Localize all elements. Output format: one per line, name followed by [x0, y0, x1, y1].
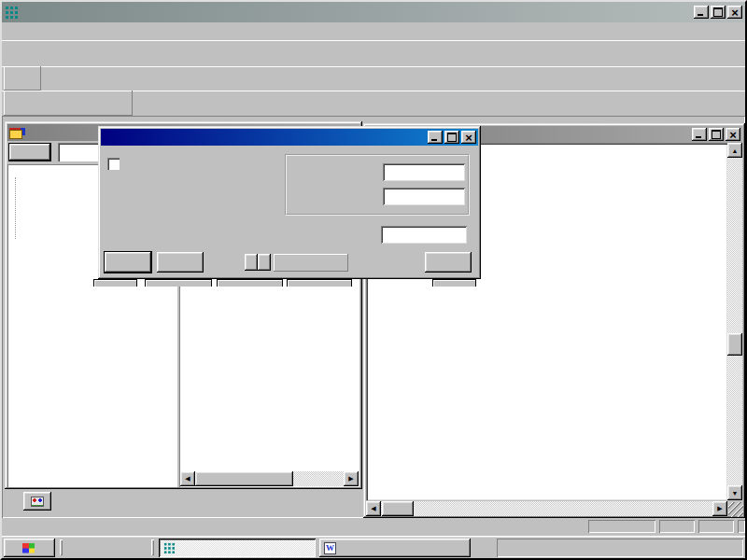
status-pane — [738, 520, 745, 533]
object-explorer-icon — [9, 130, 22, 139]
console-scroll-down-button[interactable]: ▼ — [727, 485, 742, 500]
task-button-word[interactable] — [319, 539, 471, 557]
axis-toolbar — [2, 66, 745, 91]
dialog-close-button[interactable] — [461, 131, 476, 144]
occluded-dialog-button-top — [93, 279, 137, 287]
console-scroll-up-button[interactable]: ▲ — [727, 143, 742, 158]
console-hscrollbar-thumb[interactable] — [382, 501, 414, 516]
minimized-window-button[interactable] — [23, 492, 51, 511]
main-title-bar — [2, 2, 745, 22]
close-button[interactable] — [727, 6, 742, 19]
occluded-dialog-button-top — [287, 279, 352, 287]
standard-deviation-field[interactable] — [383, 188, 465, 205]
list-scroll-left-button[interactable]: ◀ — [180, 471, 195, 486]
main-toolbar — [2, 40, 745, 66]
console-scroll-right-button[interactable]: ▶ — [712, 501, 727, 516]
cancel-button[interactable] — [157, 252, 204, 273]
console-vscrollbar-track[interactable] — [727, 143, 742, 500]
fit-field[interactable] — [381, 226, 467, 244]
splus-main-window: ▼ ◀ ▶ > — [0, 0, 747, 560]
dialog-restore-button[interactable] — [444, 131, 459, 144]
occluded-dialog-button-top — [432, 279, 476, 287]
axis-toolbar-panel — [4, 66, 41, 91]
longitude-latitude-checkbox[interactable] — [107, 158, 120, 170]
console-scroll-left-button[interactable]: ◀ — [366, 501, 381, 516]
mean-object-field[interactable] — [383, 163, 465, 181]
status-bar — [2, 518, 745, 536]
windows-flag-icon — [22, 543, 35, 553]
commands-restore-button[interactable] — [709, 128, 724, 141]
console-vscrollbar-thumb[interactable] — [727, 333, 742, 356]
taskbar-divider — [60, 539, 63, 555]
status-pane — [588, 520, 655, 533]
match-button[interactable] — [8, 143, 51, 161]
ok-button[interactable] — [105, 252, 151, 273]
splus-logo-icon — [5, 6, 19, 20]
resize-grip[interactable] — [728, 502, 743, 517]
occluded-dialog-button-top — [217, 279, 283, 287]
minimize-button[interactable] — [694, 6, 709, 19]
di-toolbar — [2, 91, 745, 116]
status-pane — [659, 520, 695, 533]
commands-close-button[interactable] — [726, 128, 740, 141]
nav-first-button[interactable] — [245, 254, 258, 271]
dialog-minimize-button[interactable] — [428, 131, 443, 144]
list-scroll-right-button[interactable]: ▶ — [344, 471, 359, 486]
make-cmcov-dialog — [98, 126, 481, 279]
minimized-window-icon — [31, 497, 44, 507]
nav-next-button[interactable] — [258, 254, 271, 271]
current-page-indicator — [274, 254, 348, 272]
system-tray — [497, 539, 743, 557]
status-pane — [698, 520, 734, 533]
word-icon — [324, 542, 336, 554]
task-button-splus[interactable] — [159, 539, 316, 557]
help-button[interactable] — [425, 252, 472, 273]
taskbar-divider — [151, 539, 154, 555]
restore-button[interactable] — [711, 6, 726, 19]
console-hscrollbar-track[interactable] — [366, 501, 727, 516]
commands-minimize-button[interactable] — [692, 128, 707, 141]
di-toolbar-panel — [4, 91, 133, 116]
list-scrollbar-thumb[interactable] — [195, 471, 293, 486]
mdi-client-area: ▼ ◀ ▶ > — [2, 116, 745, 518]
correlation-group — [285, 154, 470, 216]
menu-bar — [2, 22, 745, 40]
start-button[interactable] — [4, 539, 55, 557]
taskbar — [2, 536, 745, 558]
dialog-title-bar[interactable] — [101, 129, 478, 146]
occluded-dialog-button-top — [145, 279, 212, 287]
splus-task-icon — [163, 542, 176, 554]
tree-guide-line — [15, 177, 16, 239]
